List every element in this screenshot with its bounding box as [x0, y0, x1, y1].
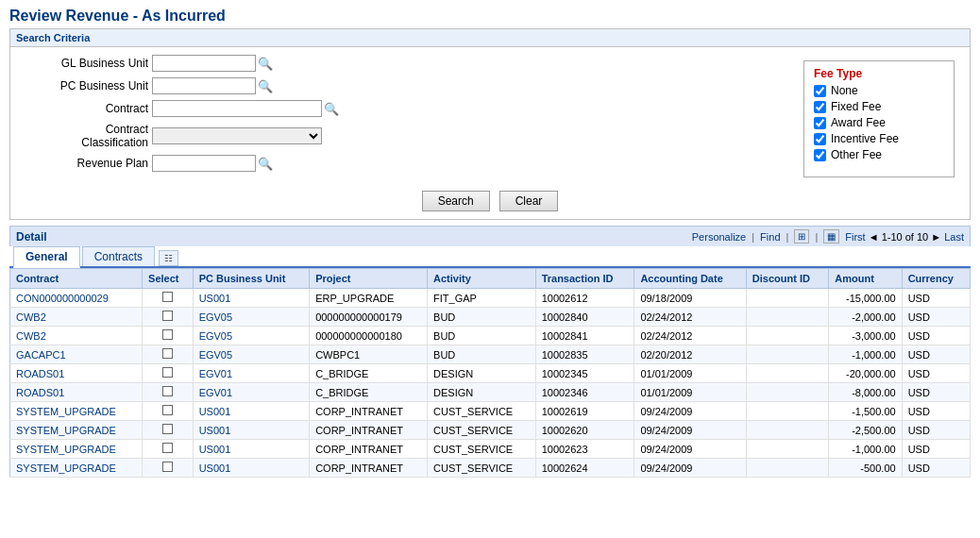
- cell-project: CORP_INTRANET: [310, 459, 428, 478]
- contract-link[interactable]: SYSTEM_UPGRADE: [16, 406, 116, 417]
- cell-activity: CUST_SERVICE: [428, 459, 536, 478]
- select-checkbox[interactable]: [162, 405, 173, 415]
- contract-lookup-icon[interactable]: 🔍: [324, 102, 339, 116]
- cell-project: ERP_UPGRADE: [310, 289, 428, 308]
- pc-bu-link[interactable]: US001: [199, 425, 231, 436]
- select-checkbox[interactable]: [162, 443, 173, 453]
- fee-type-other-option[interactable]: Other Fee: [814, 148, 944, 161]
- detail-title: Detail: [16, 230, 47, 244]
- cell-currency: USD: [902, 327, 970, 345]
- col-project[interactable]: Project: [310, 269, 428, 289]
- pc-business-unit-lookup-icon[interactable]: 🔍: [258, 79, 273, 93]
- tab-general[interactable]: General: [13, 246, 80, 268]
- cell-select: [143, 383, 194, 402]
- fee-type-none-option[interactable]: None: [814, 84, 944, 97]
- contract-link[interactable]: ROADS01: [16, 387, 64, 398]
- fee-type-award-option[interactable]: Award Fee: [814, 116, 944, 129]
- contract-link[interactable]: SYSTEM_UPGRADE: [16, 462, 116, 474]
- find-link[interactable]: Find: [760, 231, 780, 243]
- view-icon-1[interactable]: ⊞: [794, 229, 809, 244]
- col-contract[interactable]: Contract: [10, 269, 143, 289]
- select-checkbox[interactable]: [162, 348, 173, 359]
- col-pc-business-unit[interactable]: PC Business Unit: [193, 269, 309, 289]
- gl-business-unit-label: GL Business Unit: [16, 57, 148, 70]
- search-criteria-box: Search Criteria GL Business Unit 🔍 PC Bu…: [9, 28, 971, 220]
- tab-contracts[interactable]: Contracts: [82, 246, 155, 266]
- cell-amount: -8,000.00: [829, 383, 902, 402]
- pc-bu-link[interactable]: EGV05: [199, 330, 232, 342]
- personalize-link[interactable]: Personalize: [692, 231, 746, 243]
- gl-business-unit-lookup-icon[interactable]: 🔍: [258, 57, 273, 71]
- contract-classification-select[interactable]: [152, 127, 322, 144]
- contract-link[interactable]: GACAPC1: [16, 349, 66, 361]
- revenue-plan-input[interactable]: [152, 155, 256, 172]
- revenue-plan-lookup-icon[interactable]: 🔍: [258, 157, 273, 171]
- select-checkbox[interactable]: [162, 462, 173, 472]
- cell-currency: USD: [902, 440, 970, 459]
- fee-type-other-checkbox[interactable]: [814, 149, 826, 161]
- cell-transaction-id: 10002619: [535, 402, 634, 421]
- fee-type-incentive-option[interactable]: Incentive Fee: [814, 132, 944, 145]
- fee-type-fixed-option[interactable]: Fixed Fee: [814, 100, 944, 113]
- cell-pc-bu: US001: [193, 440, 309, 459]
- first-link[interactable]: First: [845, 231, 865, 243]
- col-amount[interactable]: Amount: [829, 269, 902, 289]
- pc-bu-link[interactable]: EGV01: [199, 368, 232, 379]
- fee-type-title: Fee Type: [814, 67, 944, 80]
- pc-bu-link[interactable]: EGV05: [199, 349, 232, 361]
- col-select[interactable]: Select: [143, 269, 194, 289]
- col-currency[interactable]: Currency: [902, 269, 970, 289]
- pagination-range: 1-10 of 10: [882, 231, 929, 243]
- tab-icon[interactable]: ☷: [159, 250, 178, 266]
- pc-business-unit-input[interactable]: [152, 77, 256, 94]
- fee-type-award-checkbox[interactable]: [814, 117, 826, 129]
- cell-amount: -15,000.00: [829, 289, 902, 308]
- cell-accounting-date: 02/20/2012: [634, 345, 746, 364]
- col-discount-id[interactable]: Discount ID: [746, 269, 828, 289]
- contract-link[interactable]: CON000000000029: [16, 293, 109, 304]
- revenue-plan-row: Revenue Plan 🔍: [73, 155, 803, 172]
- cell-pc-bu: US001: [193, 402, 309, 421]
- cell-transaction-id: 10002841: [535, 327, 634, 345]
- contract-link[interactable]: CWB2: [16, 330, 46, 342]
- select-checkbox[interactable]: [162, 292, 173, 302]
- cell-contract: SYSTEM_UPGRADE: [10, 421, 143, 440]
- cell-contract: CWB2: [10, 327, 143, 345]
- search-button[interactable]: Search: [422, 191, 490, 211]
- cell-pc-bu: EGV05: [193, 345, 309, 364]
- col-accounting-date[interactable]: Accounting Date: [634, 269, 746, 289]
- contract-link[interactable]: SYSTEM_UPGRADE: [16, 425, 116, 436]
- contract-link[interactable]: ROADS01: [16, 368, 64, 379]
- pc-bu-link[interactable]: US001: [199, 444, 231, 455]
- cell-transaction-id: 10002345: [535, 364, 634, 383]
- gl-business-unit-input[interactable]: [152, 55, 256, 72]
- contract-link[interactable]: SYSTEM_UPGRADE: [16, 444, 116, 455]
- pc-bu-link[interactable]: US001: [199, 462, 231, 474]
- cell-accounting-date: 01/01/2009: [634, 364, 746, 383]
- clear-button[interactable]: Clear: [499, 191, 559, 211]
- pc-bu-link[interactable]: EGV01: [199, 387, 232, 398]
- fee-type-none-checkbox[interactable]: [814, 85, 826, 97]
- fee-type-incentive-checkbox[interactable]: [814, 133, 826, 145]
- cell-pc-bu: EGV05: [193, 308, 309, 327]
- col-activity[interactable]: Activity: [428, 269, 536, 289]
- contract-link[interactable]: CWB2: [16, 311, 46, 323]
- select-checkbox[interactable]: [162, 424, 173, 434]
- cell-contract: CWB2: [10, 308, 143, 327]
- cell-project: C_BRIDGE: [310, 383, 428, 402]
- select-checkbox[interactable]: [162, 386, 173, 396]
- view-icon-2[interactable]: ▦: [823, 229, 839, 244]
- pc-bu-link[interactable]: US001: [199, 293, 231, 304]
- select-checkbox[interactable]: [162, 329, 173, 340]
- pc-bu-link[interactable]: US001: [199, 406, 231, 417]
- pc-bu-link[interactable]: EGV05: [199, 311, 232, 323]
- select-checkbox[interactable]: [162, 311, 173, 321]
- cell-transaction-id: 10002612: [535, 289, 634, 308]
- contract-input[interactable]: [152, 100, 322, 117]
- select-checkbox[interactable]: [162, 367, 173, 378]
- last-link[interactable]: Last: [944, 231, 964, 243]
- col-transaction-id[interactable]: Transaction ID: [535, 269, 634, 289]
- cell-amount: -3,000.00: [829, 327, 902, 345]
- cell-select: [143, 308, 194, 327]
- fee-type-fixed-checkbox[interactable]: [814, 101, 826, 113]
